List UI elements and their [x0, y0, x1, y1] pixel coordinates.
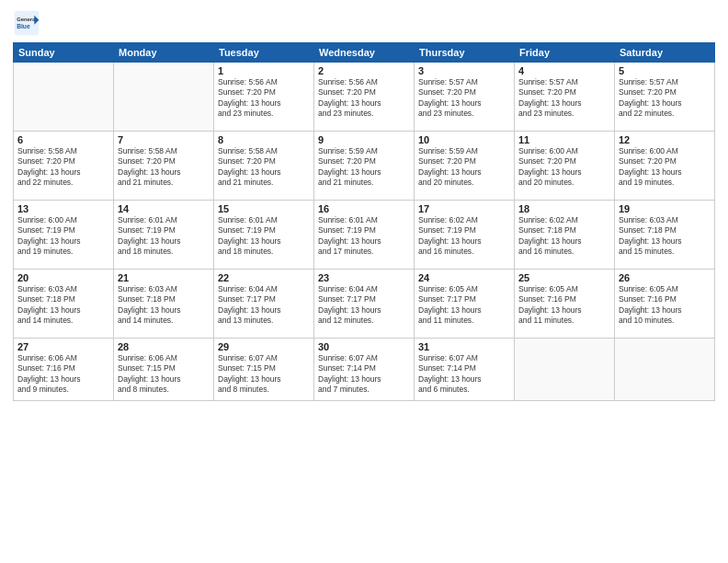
- table-row: [14, 63, 114, 132]
- day-number: 18: [518, 203, 610, 214]
- day-info: Sunrise: 6:07 AM Sunset: 7:14 PM Dayligh…: [418, 353, 510, 396]
- table-row: [114, 63, 214, 132]
- day-number: 26: [619, 272, 711, 283]
- day-number: 15: [218, 203, 310, 214]
- table-row: 23Sunrise: 6:04 AM Sunset: 7:17 PM Dayli…: [314, 270, 415, 339]
- day-info: Sunrise: 6:03 AM Sunset: 7:18 PM Dayligh…: [619, 215, 711, 258]
- table-row: 17Sunrise: 6:02 AM Sunset: 7:19 PM Dayli…: [415, 201, 515, 270]
- day-info: Sunrise: 5:59 AM Sunset: 7:20 PM Dayligh…: [318, 146, 410, 189]
- day-number: 2: [318, 65, 410, 76]
- day-info: Sunrise: 5:56 AM Sunset: 7:20 PM Dayligh…: [318, 77, 410, 120]
- table-row: 1Sunrise: 5:56 AM Sunset: 7:20 PM Daylig…: [214, 63, 314, 132]
- day-number: 21: [118, 272, 210, 283]
- day-number: 4: [518, 65, 610, 76]
- day-number: 28: [118, 341, 210, 352]
- table-row: 31Sunrise: 6:07 AM Sunset: 7:14 PM Dayli…: [415, 339, 515, 401]
- day-info: Sunrise: 5:57 AM Sunset: 7:20 PM Dayligh…: [418, 77, 510, 120]
- table-row: 21Sunrise: 6:03 AM Sunset: 7:18 PM Dayli…: [114, 270, 214, 339]
- table-row: 18Sunrise: 6:02 AM Sunset: 7:18 PM Dayli…: [515, 201, 615, 270]
- day-number: 31: [418, 341, 510, 352]
- day-number: 27: [17, 341, 109, 352]
- table-row: [515, 339, 615, 401]
- day-number: 20: [17, 272, 109, 283]
- table-row: 15Sunrise: 6:01 AM Sunset: 7:19 PM Dayli…: [214, 201, 314, 270]
- table-row: 4Sunrise: 5:57 AM Sunset: 7:20 PM Daylig…: [515, 63, 615, 132]
- day-info: Sunrise: 6:03 AM Sunset: 7:18 PM Dayligh…: [118, 284, 210, 327]
- table-row: 3Sunrise: 5:57 AM Sunset: 7:20 PM Daylig…: [415, 63, 515, 132]
- day-info: Sunrise: 5:58 AM Sunset: 7:20 PM Dayligh…: [218, 146, 310, 189]
- table-row: 30Sunrise: 6:07 AM Sunset: 7:14 PM Dayli…: [314, 339, 415, 401]
- table-row: 5Sunrise: 5:57 AM Sunset: 7:20 PM Daylig…: [615, 63, 715, 132]
- weekday-header-sunday: Sunday: [14, 43, 114, 63]
- table-row: 24Sunrise: 6:05 AM Sunset: 7:17 PM Dayli…: [415, 270, 515, 339]
- day-number: 12: [619, 134, 711, 145]
- table-row: 14Sunrise: 6:01 AM Sunset: 7:19 PM Dayli…: [114, 201, 214, 270]
- day-number: 13: [17, 203, 109, 214]
- table-row: 28Sunrise: 6:06 AM Sunset: 7:15 PM Dayli…: [114, 339, 214, 401]
- logo: General Blue: [13, 9, 44, 37]
- day-info: Sunrise: 5:58 AM Sunset: 7:20 PM Dayligh…: [17, 146, 109, 189]
- table-row: 6Sunrise: 5:58 AM Sunset: 7:20 PM Daylig…: [14, 132, 114, 201]
- day-info: Sunrise: 6:02 AM Sunset: 7:19 PM Dayligh…: [418, 215, 510, 258]
- table-row: 9Sunrise: 5:59 AM Sunset: 7:20 PM Daylig…: [314, 132, 415, 201]
- table-row: 16Sunrise: 6:01 AM Sunset: 7:19 PM Dayli…: [314, 201, 415, 270]
- day-info: Sunrise: 6:06 AM Sunset: 7:16 PM Dayligh…: [17, 353, 109, 396]
- day-number: 30: [318, 341, 410, 352]
- day-info: Sunrise: 6:04 AM Sunset: 7:17 PM Dayligh…: [218, 284, 310, 327]
- table-row: 25Sunrise: 6:05 AM Sunset: 7:16 PM Dayli…: [515, 270, 615, 339]
- table-row: 2Sunrise: 5:56 AM Sunset: 7:20 PM Daylig…: [314, 63, 415, 132]
- day-info: Sunrise: 6:03 AM Sunset: 7:18 PM Dayligh…: [17, 284, 109, 327]
- day-number: 9: [318, 134, 410, 145]
- day-info: Sunrise: 6:05 AM Sunset: 7:17 PM Dayligh…: [418, 284, 510, 327]
- day-number: 23: [318, 272, 410, 283]
- day-number: 11: [518, 134, 610, 145]
- table-row: 13Sunrise: 6:00 AM Sunset: 7:19 PM Dayli…: [14, 201, 114, 270]
- table-row: 29Sunrise: 6:07 AM Sunset: 7:15 PM Dayli…: [214, 339, 314, 401]
- day-number: 17: [418, 203, 510, 214]
- day-info: Sunrise: 6:00 AM Sunset: 7:20 PM Dayligh…: [619, 146, 711, 189]
- table-row: 26Sunrise: 6:05 AM Sunset: 7:16 PM Dayli…: [615, 270, 715, 339]
- table-row: 19Sunrise: 6:03 AM Sunset: 7:18 PM Dayli…: [615, 201, 715, 270]
- day-number: 19: [619, 203, 711, 214]
- table-row: 20Sunrise: 6:03 AM Sunset: 7:18 PM Dayli…: [14, 270, 114, 339]
- day-info: Sunrise: 5:58 AM Sunset: 7:20 PM Dayligh…: [118, 146, 210, 189]
- table-row: 10Sunrise: 5:59 AM Sunset: 7:20 PM Dayli…: [415, 132, 515, 201]
- day-number: 16: [318, 203, 410, 214]
- day-number: 7: [118, 134, 210, 145]
- day-info: Sunrise: 6:05 AM Sunset: 7:16 PM Dayligh…: [518, 284, 610, 327]
- day-info: Sunrise: 6:07 AM Sunset: 7:14 PM Dayligh…: [318, 353, 410, 396]
- table-row: 7Sunrise: 5:58 AM Sunset: 7:20 PM Daylig…: [114, 132, 214, 201]
- day-info: Sunrise: 6:00 AM Sunset: 7:20 PM Dayligh…: [518, 146, 610, 189]
- page-header: General Blue: [13, 9, 715, 37]
- day-number: 3: [418, 65, 510, 76]
- day-number: 22: [218, 272, 310, 283]
- day-info: Sunrise: 5:57 AM Sunset: 7:20 PM Dayligh…: [518, 77, 610, 120]
- table-row: 12Sunrise: 6:00 AM Sunset: 7:20 PM Dayli…: [615, 132, 715, 201]
- day-info: Sunrise: 6:05 AM Sunset: 7:16 PM Dayligh…: [619, 284, 711, 327]
- day-info: Sunrise: 6:04 AM Sunset: 7:17 PM Dayligh…: [318, 284, 410, 327]
- table-row: 22Sunrise: 6:04 AM Sunset: 7:17 PM Dayli…: [214, 270, 314, 339]
- day-number: 25: [518, 272, 610, 283]
- table-row: [615, 339, 715, 401]
- day-info: Sunrise: 5:57 AM Sunset: 7:20 PM Dayligh…: [619, 77, 711, 120]
- day-number: 8: [218, 134, 310, 145]
- day-number: 10: [418, 134, 510, 145]
- weekday-header-thursday: Thursday: [415, 43, 515, 63]
- weekday-header-monday: Monday: [114, 43, 214, 63]
- weekday-header-saturday: Saturday: [615, 43, 715, 63]
- calendar-table: SundayMondayTuesdayWednesdayThursdayFrid…: [13, 42, 715, 401]
- day-number: 14: [118, 203, 210, 214]
- day-info: Sunrise: 6:01 AM Sunset: 7:19 PM Dayligh…: [318, 215, 410, 258]
- svg-text:Blue: Blue: [17, 23, 30, 29]
- day-number: 24: [418, 272, 510, 283]
- day-info: Sunrise: 6:01 AM Sunset: 7:19 PM Dayligh…: [118, 215, 210, 258]
- table-row: 11Sunrise: 6:00 AM Sunset: 7:20 PM Dayli…: [515, 132, 615, 201]
- weekday-header-tuesday: Tuesday: [214, 43, 314, 63]
- logo-icon: General Blue: [13, 9, 40, 37]
- weekday-header-friday: Friday: [515, 43, 615, 63]
- day-info: Sunrise: 5:59 AM Sunset: 7:20 PM Dayligh…: [418, 146, 510, 189]
- day-info: Sunrise: 6:07 AM Sunset: 7:15 PM Dayligh…: [218, 353, 310, 396]
- weekday-header-wednesday: Wednesday: [314, 43, 415, 63]
- day-number: 5: [619, 65, 711, 76]
- day-number: 1: [218, 65, 310, 76]
